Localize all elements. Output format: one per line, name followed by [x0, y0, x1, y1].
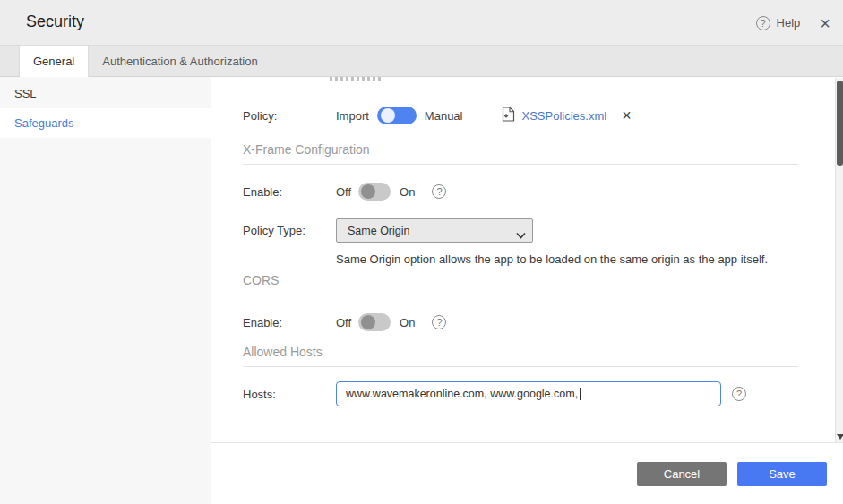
dialog-footer: Cancel Save [211, 442, 843, 504]
policy-file-group: XSSPolicies.xml × [502, 107, 631, 125]
cors-enable-help-icon[interactable]: ? [432, 315, 446, 329]
dialog-header: Security ? Help × [0, 0, 843, 46]
policy-type-select-wrap: Same Origin [336, 218, 533, 243]
tab-general[interactable]: General [19, 46, 89, 77]
xframe-section-heading: X-Frame Configuration [243, 140, 370, 159]
scrollbar-down-arrow-icon[interactable] [837, 434, 843, 440]
hosts-label: Hosts: [243, 388, 336, 401]
xframe-on-label: On [400, 185, 415, 199]
clipped-scrolled-text [330, 77, 382, 81]
xframe-enable-toggle[interactable] [358, 183, 391, 201]
tab-auth-label: Authentication & Authorization [102, 55, 257, 68]
xframe-enable-label: Enable: [243, 185, 336, 199]
text-caret [580, 388, 581, 400]
tab-bar: General Authentication & Authorization [0, 46, 843, 77]
header-actions: ? Help × [756, 0, 830, 46]
close-icon[interactable]: × [820, 14, 830, 32]
policy-row: Policy: Import Manual XSSPolicies.xml × [243, 104, 798, 127]
policy-type-row: Policy Type: Same Origin [243, 218, 798, 243]
hosts-input[interactable]: www.wavemakeronline.com, www.google.com, [336, 381, 721, 406]
cors-enable-toggle[interactable] [358, 313, 391, 331]
toggle-knob [361, 315, 375, 329]
hosts-help-icon[interactable]: ? [732, 387, 746, 401]
hosts-row: Hosts: www.wavemakeronline.com, www.goog… [243, 381, 798, 406]
cors-enable-row: Enable: Off On ? [243, 311, 798, 334]
import-file-icon [502, 107, 515, 125]
divider [243, 164, 798, 165]
divider [243, 366, 798, 367]
security-dialog: Security ? Help × General Authentication… [0, 0, 843, 504]
toggle-knob [361, 184, 375, 199]
save-button[interactable]: Save [737, 462, 827, 486]
cors-section-heading: CORS [243, 270, 279, 290]
policy-type-description: Same Origin option allows the app to be … [336, 252, 768, 266]
remove-file-icon[interactable]: × [622, 108, 632, 123]
hosts-input-value: www.wavemakeronline.com, www.google.com, [346, 388, 578, 400]
policy-type-label: Policy Type: [243, 224, 336, 237]
xframe-enable-help-icon[interactable]: ? [432, 184, 446, 199]
divider [243, 295, 798, 295]
sidebar: SSL Safeguards [0, 77, 211, 504]
allowed-hosts-section-heading: Allowed Hosts [243, 342, 323, 362]
policy-label: Policy: [243, 109, 336, 123]
policy-type-select[interactable]: Same Origin [336, 218, 533, 243]
help-button[interactable]: ? Help [756, 16, 801, 30]
tab-authentication-authorization[interactable]: Authentication & Authorization [89, 46, 271, 77]
cors-on-label: On [400, 316, 415, 329]
help-label: Help [777, 16, 801, 30]
xframe-enable-row: Enable: Off On ? [243, 180, 798, 203]
scrollbar-thumb[interactable] [837, 81, 843, 166]
toggle-knob [381, 108, 395, 123]
cancel-button[interactable]: Cancel [637, 462, 727, 486]
page-title: Security [26, 13, 84, 31]
policy-option-import: Import [336, 109, 369, 123]
cors-off-label: Off [336, 316, 351, 329]
content-panel: Policy: Import Manual XSSPolicies.xml × … [211, 77, 836, 442]
policy-import-manual-toggle[interactable] [377, 107, 417, 124]
xss-policies-file-link[interactable]: XSSPolicies.xml [521, 109, 606, 123]
vertical-scrollbar[interactable] [835, 78, 843, 442]
xframe-off-label: Off [336, 185, 351, 199]
tab-general-label: General [33, 55, 74, 68]
sidebar-item-ssl[interactable]: SSL [0, 79, 211, 108]
help-icon: ? [756, 16, 770, 30]
sidebar-item-safeguards[interactable]: Safeguards [0, 108, 211, 138]
policy-option-manual: Manual [425, 109, 463, 123]
cors-enable-label: Enable: [243, 316, 336, 329]
policy-type-description-row: Same Origin option allows the app to be … [243, 251, 798, 267]
